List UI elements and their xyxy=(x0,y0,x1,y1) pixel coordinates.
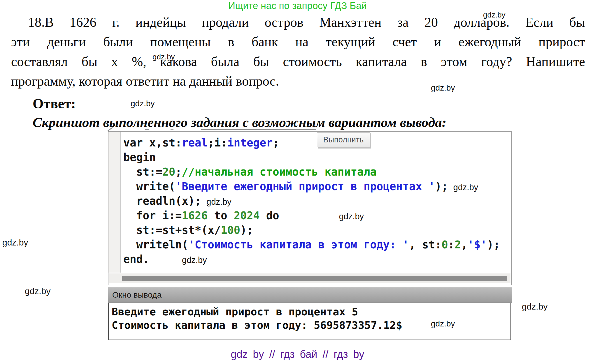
watermark: gdz.by xyxy=(522,302,547,312)
output-line: Стоимость капитала в этом году: 56958733… xyxy=(112,319,402,333)
watermark: gdz.by xyxy=(25,286,50,296)
watermark: gdz.by xyxy=(453,183,478,192)
code-token: st:=st+st*(x/ xyxy=(123,224,221,236)
code-token: '$' xyxy=(468,238,487,251)
code-token: write( xyxy=(123,180,175,193)
code-token: integer xyxy=(227,137,273,149)
code-token: for i:= xyxy=(123,209,182,222)
code-token: //начальная стоимость капитала xyxy=(182,166,377,178)
code-editor[interactable]: var x,st:real;i:integer;begin st:=20;//н… xyxy=(123,136,510,267)
code-line: readln(x);gdz.by xyxy=(123,194,510,208)
code-token: 0 xyxy=(442,238,448,251)
code-line: write('Введите ежегодный прирост в проце… xyxy=(123,179,510,194)
editor-gutter xyxy=(108,132,121,273)
horizontal-scrollbar[interactable] xyxy=(109,273,510,283)
answer-label: Ответ: xyxy=(33,96,76,112)
watermark: gdz.by xyxy=(431,319,455,328)
output-line: Введите ежегодный прирост в процентах 5 xyxy=(112,306,358,319)
code-token: 'Введите ежегодный прирост в процентах ' xyxy=(175,180,435,193)
problem-line: 18.В 1626 г. индейцы продали остров Манх… xyxy=(11,15,585,33)
code-token: do xyxy=(260,209,279,222)
code-token: 20 xyxy=(162,166,175,178)
code-token: ;i: xyxy=(208,137,227,149)
code-editor-window: var x,st:real;i:integer;begin st:=20;//н… xyxy=(108,131,512,285)
code-token: ); xyxy=(240,224,253,236)
code-line: st:=20;//начальная стоимость капитала xyxy=(123,165,510,179)
code-token: 2024 xyxy=(234,209,260,222)
code-token: ; xyxy=(175,166,182,178)
code-token: 1626 xyxy=(182,209,208,222)
code-token: 2 xyxy=(454,238,461,251)
code-token: real xyxy=(182,137,208,149)
promo-banner: Ищите нас по запросу ГДЗ Бай xyxy=(0,0,595,11)
code-token: st:= xyxy=(123,166,162,178)
code-token: : xyxy=(448,238,454,251)
problem-line: эти деньги были помещены в банк на текущ… xyxy=(11,34,585,53)
code-token: ); xyxy=(487,238,500,251)
output-window-titlebar: Окно вывода xyxy=(108,287,512,303)
code-line: end.gdz.by xyxy=(123,252,510,267)
screenshot-caption: Скриншот выполненного задания с возможны… xyxy=(33,114,446,130)
watermark: gdz.by xyxy=(206,197,231,206)
code-token: , xyxy=(461,238,467,251)
watermark: gdz.by xyxy=(182,255,207,265)
page: Ищите нас по запросу ГДЗ Бай gdz.by gdz.… xyxy=(0,0,595,364)
code-token: readln(x); xyxy=(123,195,201,207)
watermark: gdz.by xyxy=(2,238,28,248)
problem-line: программу, которая ответит на данный воп… xyxy=(11,73,585,92)
code-token: 100 xyxy=(221,224,240,236)
code-line: for i:=1626 to 2024 dogdz.by xyxy=(123,208,510,223)
run-button-tooltip[interactable]: Выполнить xyxy=(317,132,370,147)
code-line: writeln('Стоимость капитала в этом году:… xyxy=(123,238,510,252)
code-token: var x,st: xyxy=(123,137,182,149)
output-window-title: Окно вывода xyxy=(112,290,162,300)
code-token: ); xyxy=(435,180,448,193)
code-token: 'Стоимость капитала в этом году: ' xyxy=(188,238,409,251)
watermark: gdz.by xyxy=(131,99,155,108)
footer-tags: gdz by // гдз бай // гдз by xyxy=(0,348,595,361)
code-token: end. xyxy=(123,253,149,266)
output-window: Окно вывода Введите ежегодный прирост в … xyxy=(108,287,512,340)
code-line: st:=st+st*(x/100); xyxy=(123,223,510,238)
code-token: begin xyxy=(123,151,156,164)
horizontal-scrollbar-thumb[interactable] xyxy=(122,276,507,281)
watermark: gdz.by xyxy=(339,212,364,221)
code-token: ; xyxy=(273,137,279,149)
code-token: to xyxy=(208,209,234,222)
code-line: begin xyxy=(123,150,510,165)
problem-line: составлял бы х %, какова была бы стоимос… xyxy=(11,54,585,73)
code-token: , st: xyxy=(409,238,441,251)
code-token: writeln( xyxy=(123,238,188,251)
